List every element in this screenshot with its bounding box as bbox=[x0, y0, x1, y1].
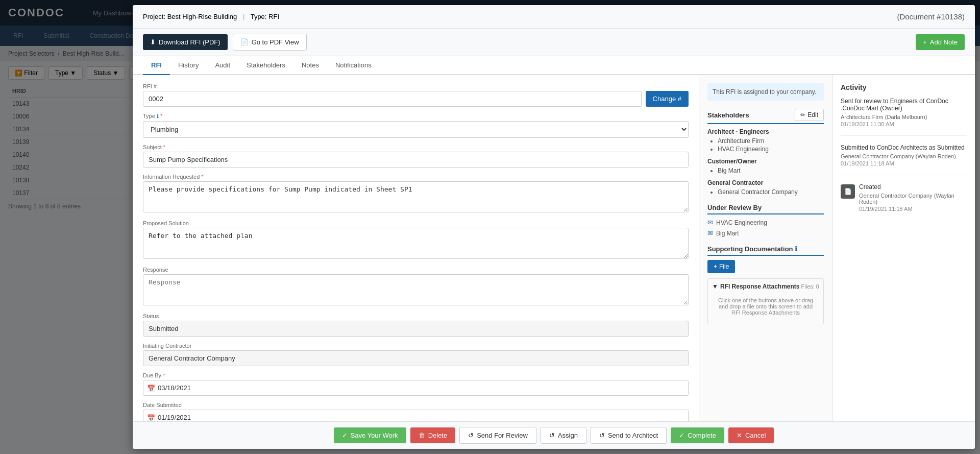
modal-doc-num: (Document #10138) bbox=[897, 12, 965, 21]
attachments-header[interactable]: ▼ RFI Response Attachments Files: 0 bbox=[712, 283, 819, 290]
date-submitted-group: Date Submitted 📅 bbox=[143, 402, 689, 421]
supporting-docs-section: Supporting Documentation ℹ + File ▼ RFI … bbox=[707, 245, 824, 324]
general-contractor-label: General Contractor bbox=[707, 179, 824, 186]
info-requested-label: Information Requested * bbox=[143, 174, 689, 180]
customer-owner-group: Customer/Owner Big Mart bbox=[707, 158, 824, 174]
delete-button[interactable]: 🗑 Delete bbox=[410, 427, 456, 443]
due-by-group: Due By * 📅 bbox=[143, 372, 689, 396]
activity-item-date: 01/19/2021 11:30 AM bbox=[841, 121, 967, 127]
check-icon: ✓ bbox=[342, 432, 348, 439]
status-group: Status bbox=[143, 313, 689, 337]
modal-toolbar: ⬇ Download RFI (PDF) 📄 Go to PDF View + … bbox=[133, 29, 975, 56]
activity-item: Submitted to ConDoc Architects as Submit… bbox=[841, 144, 967, 175]
list-item: Architecture Firm bbox=[718, 137, 824, 145]
architect-engineers-list: Architecture Firm HVAC Engineering bbox=[707, 137, 824, 153]
assigned-section: This RFI is assigned to your company. bbox=[707, 83, 824, 101]
due-by-input[interactable] bbox=[143, 380, 689, 396]
plus-icon: + bbox=[923, 38, 927, 46]
modal-footer: ✓ Save Your Work 🗑 Delete ↺ Send For Rev… bbox=[133, 421, 975, 449]
response-label: Response bbox=[143, 267, 689, 273]
send-to-architect-button[interactable]: ↺ Send to Architect bbox=[591, 427, 667, 444]
info-requested-textarea[interactable]: Please provide specifications for Sump P… bbox=[143, 181, 689, 212]
customer-owner-list: Big Mart bbox=[707, 167, 824, 174]
activity-item-sub: General Contractor Company (Waylan Roden… bbox=[841, 153, 967, 159]
type-label: Type ℹ * bbox=[143, 113, 689, 120]
plus-icon-file: + bbox=[714, 263, 717, 270]
status-input[interactable] bbox=[143, 321, 689, 337]
activity-title: Activity bbox=[841, 83, 967, 91]
date-submitted-input[interactable] bbox=[143, 410, 689, 421]
checkmark-icon: ✓ bbox=[679, 432, 684, 439]
attachments-section: ▼ RFI Response Attachments Files: 0 Clic… bbox=[707, 278, 824, 324]
send-for-review-button[interactable]: ↺ Send For Review bbox=[459, 427, 536, 444]
go-to-pdf-button[interactable]: 📄 Go to PDF View bbox=[233, 34, 307, 51]
activity-item-title: Created bbox=[859, 183, 967, 190]
files-count: Files: 0 bbox=[801, 283, 819, 290]
type-select[interactable]: Plumbing Electrical Structural Mechanica… bbox=[143, 121, 689, 138]
complete-button[interactable]: ✓ Complete bbox=[671, 427, 724, 443]
tab-history[interactable]: History bbox=[170, 56, 207, 75]
stakeholders-header: Stakeholders ✏ Edit bbox=[707, 109, 824, 124]
undo-icon: ↺ bbox=[468, 432, 474, 439]
assign-button[interactable]: ↺ Assign bbox=[541, 427, 586, 444]
subject-input[interactable] bbox=[143, 152, 689, 168]
modal-tabs: RFI History Audit Stakeholders Notes Not… bbox=[133, 56, 975, 75]
cancel-button[interactable]: ✕ Cancel bbox=[728, 427, 774, 443]
proposed-solution-label: Proposed Solution bbox=[143, 220, 689, 226]
save-button[interactable]: ✓ Save Your Work bbox=[334, 427, 406, 443]
review-item-hvac: ✉ HVAC Engineering bbox=[707, 219, 824, 226]
tab-rfi[interactable]: RFI bbox=[143, 56, 170, 75]
pdf-icon: 📄 bbox=[240, 38, 249, 46]
supporting-docs-header: Supporting Documentation ℹ bbox=[707, 245, 824, 256]
rfi-number-input[interactable] bbox=[143, 91, 642, 107]
activity-item-date: 01/19/2021 11:18 AM bbox=[841, 160, 967, 166]
mail-icon-2: ✉ bbox=[707, 229, 713, 237]
supporting-info-icon: ℹ bbox=[795, 245, 797, 253]
stakeholders-title: Stakeholders bbox=[707, 111, 749, 119]
rfi-number-label: RFI # bbox=[143, 83, 689, 89]
file-button[interactable]: + File bbox=[707, 260, 735, 273]
review-item-bigmart: ✉ Big Mart bbox=[707, 229, 824, 237]
architect-engineers-group: Architect - Engineers Architecture Firm … bbox=[707, 128, 824, 153]
right-panel: This RFI is assigned to your company. St… bbox=[699, 75, 832, 421]
chevron-down-icon: ▼ bbox=[712, 283, 718, 290]
list-item: Big Mart bbox=[718, 167, 824, 174]
subject-label: Subject * bbox=[143, 144, 689, 150]
proposed-solution-textarea[interactable]: Refer to the attached plan bbox=[143, 228, 689, 259]
activity-created-row: 📄 Created General Contractor Company (Wa… bbox=[841, 183, 967, 212]
tab-notes[interactable]: Notes bbox=[293, 56, 327, 75]
form-area: RFI # Change # Type ℹ * Plumbing Electri… bbox=[133, 75, 699, 421]
tab-stakeholders[interactable]: Stakeholders bbox=[238, 56, 293, 75]
general-contractor-list: General Contractor Company bbox=[707, 188, 824, 196]
add-note-button[interactable]: + Add Note bbox=[916, 34, 965, 50]
undo-icon-3: ↺ bbox=[599, 432, 605, 439]
activity-item-title: Sent for review to Engineers of ConDoc .… bbox=[841, 98, 967, 112]
change-number-button[interactable]: Change # bbox=[646, 91, 689, 107]
date-submitted-label: Date Submitted bbox=[143, 402, 689, 408]
trash-icon: 🗑 bbox=[419, 432, 425, 439]
rfi-number-group: RFI # Change # bbox=[143, 83, 689, 107]
tab-notifications[interactable]: Notifications bbox=[327, 56, 380, 75]
activity-item: 📄 Created General Contractor Company (Wa… bbox=[841, 183, 967, 220]
x-icon: ✕ bbox=[737, 432, 742, 439]
initiating-contractor-group: Initiating Contractor bbox=[143, 343, 689, 366]
calendar-icon: 📅 bbox=[147, 384, 155, 392]
edit-stakeholders-button[interactable]: ✏ Edit bbox=[795, 109, 824, 121]
modal-header: Project: Best High-Rise Building | Type:… bbox=[133, 5, 975, 29]
due-by-label: Due By * bbox=[143, 372, 689, 378]
initiating-contractor-input[interactable] bbox=[143, 350, 689, 366]
download-rfi-button[interactable]: ⬇ Download RFI (PDF) bbox=[143, 34, 228, 50]
calendar-icon-2: 📅 bbox=[147, 414, 155, 421]
under-review-section: Under Review By ✉ HVAC Engineering ✉ Big… bbox=[707, 204, 824, 237]
date-submitted-wrap: 📅 bbox=[143, 410, 689, 421]
info-requested-group: Information Requested * Please provide s… bbox=[143, 174, 689, 214]
tab-audit[interactable]: Audit bbox=[207, 56, 238, 75]
activity-created-info: Created General Contractor Company (Wayl… bbox=[859, 183, 967, 212]
type-group: Type ℹ * Plumbing Electrical Structural … bbox=[143, 113, 689, 138]
activity-item-sub: Architecture Firm (Darla Melbourn) bbox=[841, 114, 967, 120]
response-textarea[interactable] bbox=[143, 274, 689, 305]
status-label: Status bbox=[143, 313, 689, 319]
created-icon: 📄 bbox=[841, 184, 855, 199]
architect-engineers-label: Architect - Engineers bbox=[707, 128, 824, 135]
modal-type: Type: RFI bbox=[251, 13, 279, 20]
